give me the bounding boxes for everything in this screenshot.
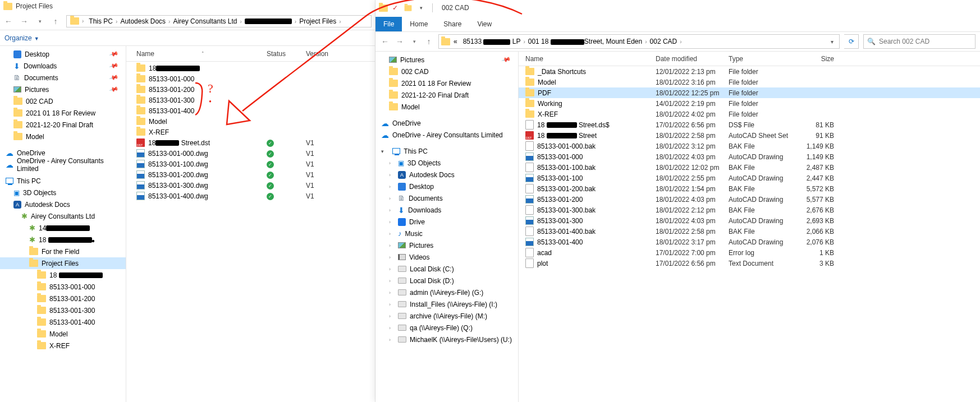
tree-item[interactable]: ›♪Music: [375, 228, 518, 239]
crumb[interactable]: Project Files: [297, 16, 338, 26]
col-date[interactable]: Date modified: [656, 55, 729, 63]
tree-item[interactable]: 85133-001-300: [0, 304, 126, 316]
tab-home[interactable]: Home: [402, 17, 436, 31]
tree-item[interactable]: ✱14: [0, 222, 126, 234]
tree-item[interactable]: ✱18: [0, 234, 126, 246]
list-item[interactable]: Model: [126, 116, 375, 127]
tree-item[interactable]: ☁OneDrive - Airey Consultants Limited: [0, 159, 126, 170]
tree-item[interactable]: 85133-001-200: [0, 293, 126, 304]
tree-item[interactable]: 002 CAD: [0, 95, 126, 107]
tree-item[interactable]: ›archive (\\Aireys-File) (M:): [375, 310, 518, 322]
tree-item[interactable]: Model: [0, 328, 126, 340]
left-nav-tree[interactable]: Desktop📌⬇Downloads📌🗎Documents📌Pictures📌0…: [0, 46, 126, 402]
list-item[interactable]: 85133-001-00018/01/2022 4:03 pmAutoCAD D…: [519, 151, 980, 162]
list-item[interactable]: 85133-001-300.dwg✓V1: [126, 180, 375, 191]
tree-item[interactable]: 2021 01 18 For Review: [0, 107, 126, 119]
tree-item[interactable]: ›⬇Downloads: [375, 204, 518, 216]
crumb[interactable]: Autodesk Docs: [118, 16, 168, 26]
col-status[interactable]: Status: [267, 50, 306, 58]
left-column-header[interactable]: Name ˄ Status Version: [126, 46, 375, 62]
list-item[interactable]: 85133-001-400: [126, 105, 375, 116]
col-size[interactable]: Size: [800, 55, 834, 63]
back-button[interactable]: ←: [3, 17, 13, 26]
list-item[interactable]: 18 Street18/01/2022 2:58 pmAutoCAD Sheet…: [519, 130, 980, 141]
list-item[interactable]: 18 Street.dst✓V1: [126, 137, 375, 148]
tree-item[interactable]: Model: [0, 131, 126, 142]
list-item[interactable]: _Data Shortcuts12/01/2022 2:13 pmFile fo…: [519, 66, 980, 77]
crumb-overflow[interactable]: «: [451, 36, 460, 47]
tree-item[interactable]: ⬇Downloads📌: [0, 60, 126, 72]
tree-item[interactable]: Desktop📌: [0, 48, 126, 60]
right-nav-tree[interactable]: Pictures📌002 CAD2021 01 18 For Review202…: [375, 52, 519, 402]
list-item[interactable]: 85133-001-200.bak18/01/2022 1:54 pmBAK F…: [519, 183, 980, 194]
list-item[interactable]: 85133-001-100.bak18/01/2022 12:02 pmBAK …: [519, 162, 980, 173]
tree-item[interactable]: AAutodesk Docs: [0, 198, 126, 210]
tree-item[interactable]: 18: [0, 269, 126, 281]
list-item[interactable]: X-REF18/01/2022 4:02 pmFile folder: [519, 109, 980, 119]
search-input[interactable]: [879, 38, 972, 45]
crumb[interactable]: [242, 16, 294, 26]
list-item[interactable]: X-REF: [126, 127, 375, 137]
tree-item[interactable]: ›qa (\\Aireys-File) (Q:): [375, 322, 518, 334]
right-column-header[interactable]: Name Date modified Type Size: [519, 52, 980, 66]
tab-view[interactable]: View: [469, 17, 500, 31]
list-item[interactable]: plot17/01/2022 6:56 pmText Document3 KB: [519, 258, 980, 269]
tree-this-pc[interactable]: ▾ This PC: [375, 145, 518, 157]
list-item[interactable]: 85133-001-000.bak18/01/2022 3:12 pmBAK F…: [519, 141, 980, 151]
recent-dd[interactable]: ▾: [35, 19, 45, 24]
tree-item[interactable]: 2021-12-20 Final Draft: [0, 119, 126, 131]
address-dropdown[interactable]: ▾: [827, 39, 837, 45]
col-type[interactable]: Type: [729, 55, 800, 63]
tree-item[interactable]: 85133-001-400: [0, 316, 126, 328]
list-item[interactable]: 85133-001-200: [126, 84, 375, 95]
tree-item[interactable]: ›admin (\\Aireys-File) (G:): [375, 287, 518, 298]
qat-new-folder[interactable]: [402, 2, 414, 13]
list-item[interactable]: acad17/01/2022 7:00 pmError log1 KB: [519, 247, 980, 258]
tree-item[interactable]: ›AAutodesk Docs: [375, 169, 518, 181]
forward-button[interactable]: →: [19, 17, 29, 26]
list-item[interactable]: 85133-001-300: [126, 95, 375, 105]
forward-button[interactable]: →: [395, 37, 405, 46]
tree-item[interactable]: ›Drive: [375, 216, 518, 228]
tree-item[interactable]: 2021 01 18 For Review: [375, 77, 518, 89]
list-item[interactable]: 18 Street.ds$17/01/2022 6:56 pmDS$ File8…: [519, 119, 980, 130]
list-item[interactable]: 85133-001-400.bak18/01/2022 2:58 pmBAK F…: [519, 226, 980, 237]
up-button[interactable]: ↑: [424, 37, 434, 46]
tree-item[interactable]: ›🗎Documents: [375, 192, 518, 204]
tree-item[interactable]: ›Videos: [375, 251, 518, 263]
tree-item[interactable]: Model: [375, 101, 518, 113]
tab-share[interactable]: Share: [436, 17, 469, 31]
tree-item[interactable]: X-REF: [0, 340, 126, 352]
tree-item[interactable]: Pictures📌: [0, 84, 126, 95]
list-item[interactable]: 85133-001-30018/01/2022 4:03 pmAutoCAD D…: [519, 215, 980, 226]
crumb[interactable]: This PC: [86, 16, 115, 26]
tree-item[interactable]: Project Files: [0, 257, 126, 269]
list-item[interactable]: 85133-001-300.bak18/01/2022 2:12 pmBAK F…: [519, 205, 980, 215]
list-item[interactable]: 85133-001-200.dwg✓V1: [126, 169, 375, 180]
crumb[interactable]: 001 18 Street, Mount Eden: [526, 36, 644, 47]
qat-properties[interactable]: ✓: [390, 2, 401, 13]
tree-item[interactable]: Pictures📌: [375, 54, 518, 66]
crumb[interactable]: 002 CAD: [648, 36, 680, 47]
crumb[interactable]: 85133 LP: [461, 36, 523, 47]
list-item[interactable]: 85133-001-20018/01/2022 4:03 pmAutoCAD D…: [519, 194, 980, 205]
tree-item[interactable]: ›Desktop: [375, 181, 518, 192]
tree-item[interactable]: ✱Airey Consultants Ltd: [0, 210, 126, 222]
col-name[interactable]: Name: [525, 55, 656, 63]
left-address-bar[interactable]: › This PC›Autodesk Docs›Airey Consultant…: [66, 15, 372, 27]
list-item[interactable]: Working14/01/2022 2:19 pmFile folder: [519, 98, 980, 109]
tree-item[interactable]: 002 CAD: [375, 66, 518, 77]
tree-item[interactable]: ☁OneDrive - Airey Consultants Limited: [375, 129, 518, 141]
tree-item[interactable]: ›Local Disk (C:): [375, 263, 518, 275]
tree-item[interactable]: ☁OneDrive: [375, 117, 518, 129]
list-item[interactable]: 85133-001-000.dwg✓V1: [126, 148, 375, 159]
tree-this-pc[interactable]: This PC: [0, 175, 126, 187]
search-box[interactable]: 🔍: [863, 34, 976, 49]
right-address-bar[interactable]: « 85133 LP›001 18 Street, Mount Eden›002…: [438, 34, 840, 49]
tree-item[interactable]: ▣3D Objects: [0, 187, 126, 198]
tree-item[interactable]: ›MichaelK (\\Aireys-File\Users) (U:): [375, 334, 518, 345]
refresh-button[interactable]: ⟳: [844, 34, 859, 49]
list-item[interactable]: PDF18/01/2022 12:25 pmFile folder: [519, 87, 980, 98]
list-item[interactable]: 85133-001-40018/01/2022 3:17 pmAutoCAD D…: [519, 237, 980, 247]
qat-customize[interactable]: ▾: [415, 2, 427, 13]
